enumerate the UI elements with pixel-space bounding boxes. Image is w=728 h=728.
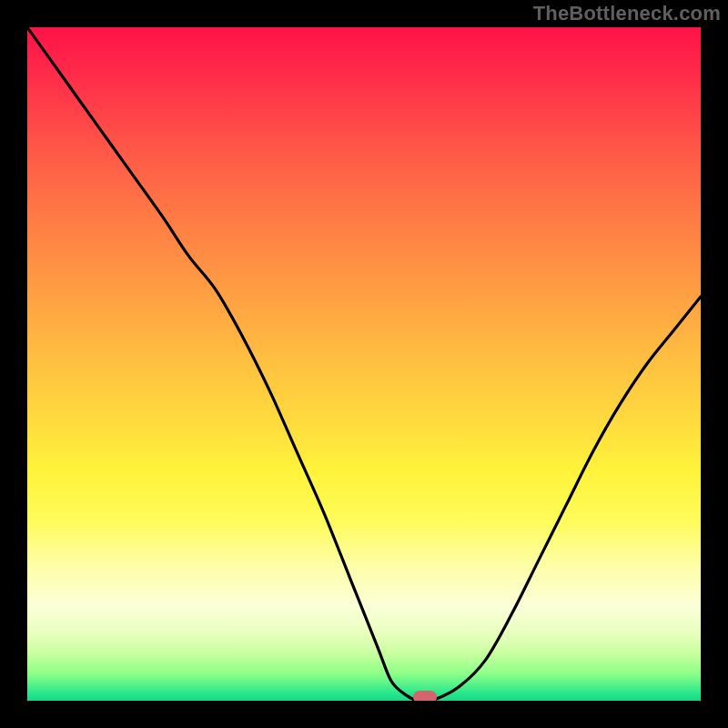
optimal-point-marker — [413, 691, 437, 701]
bottleneck-curve — [27, 27, 701, 701]
plot-area — [27, 27, 701, 701]
chart-frame: TheBottleneck.com — [0, 0, 728, 728]
watermark-text: TheBottleneck.com — [533, 2, 721, 25]
